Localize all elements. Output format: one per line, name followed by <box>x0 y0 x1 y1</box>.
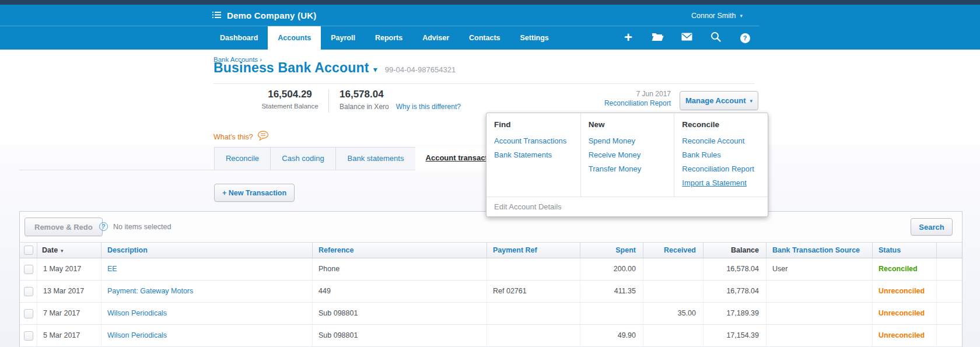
menu-column-title: Reconcile <box>682 120 768 129</box>
nav-item-adviser[interactable]: Adviser <box>412 26 459 50</box>
cell-date: 7 Mar 2017 <box>37 303 102 324</box>
cell-date: 1 May 2017 <box>37 258 102 280</box>
mail-button[interactable] <box>672 26 701 50</box>
row-select-cell <box>20 281 37 302</box>
cell-spent: 411.35 <box>580 281 643 302</box>
tab-reconcile[interactable]: Reconcile <box>214 147 271 170</box>
header-icon-group: + ? <box>614 26 760 50</box>
nav-item-dashboard[interactable]: Dashboard <box>210 26 268 50</box>
tab-bank-statements[interactable]: Bank statements <box>335 147 416 170</box>
menu-item-reconciliation-report[interactable]: Reconciliation Report <box>682 162 768 176</box>
search-button-top[interactable] <box>701 26 730 50</box>
cell-balance: 16,778.04 <box>704 281 766 302</box>
whats-this-link[interactable]: What's this? <box>214 133 253 141</box>
nav-item-settings[interactable]: Settings <box>510 26 559 50</box>
cell-spent: 49.90 <box>580 325 643 346</box>
folder-icon <box>652 32 664 44</box>
tab-cash-coding[interactable]: Cash coding <box>270 147 336 170</box>
row-checkbox[interactable] <box>24 287 33 296</box>
nav-item-payroll[interactable]: Payroll <box>321 26 365 50</box>
col-header-balance[interactable]: Balance <box>704 243 766 258</box>
help-button[interactable]: ? <box>730 26 760 50</box>
remove-redo-button[interactable]: Remove & Redo <box>24 218 103 236</box>
menu-column-reconcile: Reconcile Reconcile Account Bank Rules R… <box>674 113 768 197</box>
col-header-description[interactable]: Description <box>102 243 313 258</box>
browser-top-strip <box>0 0 980 5</box>
menu-column-title: Find <box>494 120 580 129</box>
menu-item-account-transactions[interactable]: Account Transactions <box>494 134 580 148</box>
menu-item-receive-money[interactable]: Receive Money <box>589 148 674 162</box>
table-header-row: Date▾ Description Reference Payment Ref … <box>20 242 962 258</box>
main-nav: Dashboard Accounts Payroll Reports Advis… <box>210 26 559 50</box>
row-checkbox[interactable] <box>24 331 33 341</box>
cell-received <box>643 281 704 302</box>
status-badge: Unreconciled <box>878 309 925 317</box>
col-header-extra <box>937 243 962 258</box>
search-icon <box>710 31 721 44</box>
xero-balance-label: Balance in Xero <box>340 103 389 111</box>
cell-payment-ref <box>487 325 580 346</box>
cell-extra <box>937 303 962 324</box>
reconciliation-report-link[interactable]: Reconciliation Report <box>583 99 671 107</box>
user-menu[interactable]: Connor Smith ▾ <box>691 8 743 23</box>
menu-item-spend-money[interactable]: Spend Money <box>589 134 674 148</box>
new-transaction-button[interactable]: + New Transaction <box>214 184 295 202</box>
menu-column-find: Find Account Transactions Bank Statement… <box>487 113 580 197</box>
search-button[interactable]: Search <box>911 218 953 236</box>
list-icon <box>212 10 222 21</box>
cell-received: 35.00 <box>643 303 704 324</box>
why-different-link[interactable]: Why is this different? <box>396 103 461 111</box>
files-button[interactable] <box>643 26 672 50</box>
nav-item-accounts[interactable]: Accounts <box>268 26 321 50</box>
cell-extra <box>937 258 962 280</box>
cell-status: Unreconciled <box>873 303 937 324</box>
cell-status: Reconciled <box>873 258 937 280</box>
description-link[interactable]: Wilson Periodicals <box>107 331 167 339</box>
row-checkbox[interactable] <box>24 309 33 318</box>
statement-balance-value: 16,504.29 <box>256 89 324 100</box>
col-header-spent[interactable]: Spent <box>580 243 643 258</box>
col-header-status[interactable]: Status <box>873 243 937 258</box>
chevron-down-icon: ▾ <box>750 98 753 104</box>
col-header-received[interactable]: Received <box>643 243 704 258</box>
cell-date: 13 Mar 2017 <box>37 281 102 302</box>
menu-item-import-statement[interactable]: Import a Statement <box>682 176 768 190</box>
statement-balance: 16,504.29 Statement Balance <box>256 89 324 110</box>
manage-account-button[interactable]: Manage Account ▾ <box>680 91 758 110</box>
org-menu[interactable]: Demo Company (UK) <box>212 5 316 26</box>
cell-reference: 449 <box>313 281 487 302</box>
cell-balance: 17,154.39 <box>704 325 766 346</box>
cell-payment-ref: Ref 02761 <box>487 281 580 302</box>
description-link[interactable]: Wilson Periodicals <box>107 309 167 317</box>
menu-item-reconcile-account[interactable]: Reconcile Account <box>682 134 768 148</box>
col-header-payment-ref[interactable]: Payment Ref <box>487 243 580 258</box>
menu-item-transfer-money[interactable]: Transfer Money <box>589 162 674 176</box>
menu-column-new: New Spend Money Receive Money Transfer M… <box>580 113 674 197</box>
description-link[interactable]: EE <box>107 265 117 273</box>
title-chevron-down-icon[interactable]: ▾ <box>373 65 377 74</box>
add-icon: + <box>624 30 632 44</box>
page-title-row: Business Bank Account ▾ 99-04-04-9876543… <box>214 60 456 76</box>
transactions-panel: Remove & Redo ? No items selected Search… <box>19 211 963 347</box>
status-badge: Unreconciled <box>878 331 925 339</box>
cell-source: User <box>766 258 873 280</box>
description-link[interactable]: Payment: Gateway Motors <box>107 287 193 295</box>
row-select-cell <box>20 258 37 280</box>
row-select-cell <box>20 325 37 346</box>
cell-reference: Phone <box>313 258 487 280</box>
statement-date: 7 Jun 2017 <box>601 90 671 98</box>
col-header-source[interactable]: Bank Transaction Source <box>766 243 873 258</box>
nav-item-reports[interactable]: Reports <box>365 26 412 50</box>
row-checkbox[interactable] <box>24 265 33 274</box>
menu-item-bank-rules[interactable]: Bank Rules <box>682 148 768 162</box>
help-circle-icon[interactable]: ? <box>99 222 108 231</box>
cell-extra <box>937 281 962 302</box>
nav-item-contacts[interactable]: Contacts <box>459 26 510 50</box>
col-header-reference[interactable]: Reference <box>313 243 487 258</box>
menu-item-bank-statements[interactable]: Bank Statements <box>494 148 580 162</box>
menu-item-edit-account-details[interactable]: Edit Account Details <box>487 197 768 211</box>
whats-this[interactable]: What's this? <box>214 131 269 143</box>
select-all-checkbox[interactable] <box>24 246 33 255</box>
col-header-date[interactable]: Date▾ <box>37 243 102 258</box>
add-button[interactable]: + <box>614 26 643 50</box>
